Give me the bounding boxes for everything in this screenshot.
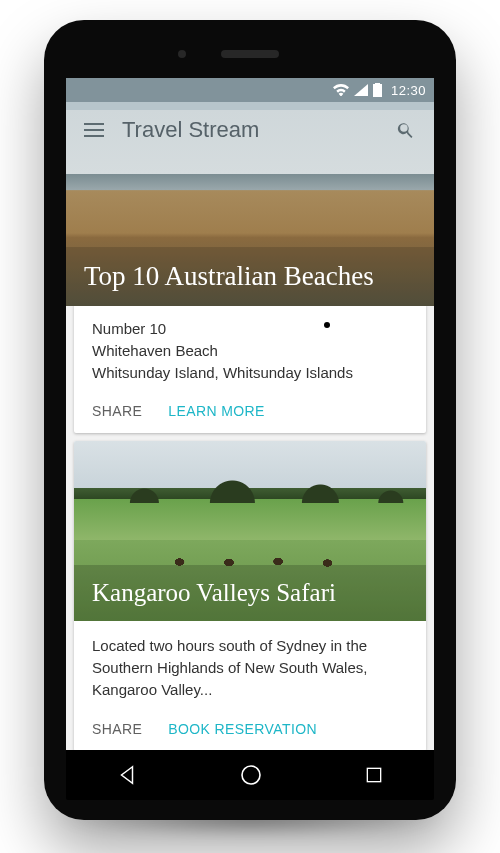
book-reservation-button[interactable]: BOOK RESERVATION [168, 721, 317, 737]
screen: 12:30 Travel Stream Top 10 Australian Be… [66, 78, 434, 750]
card-body-line: Number 10 [92, 318, 408, 340]
recents-button[interactable] [364, 765, 384, 785]
search-icon [396, 120, 416, 140]
battery-icon [373, 83, 382, 97]
cellular-icon [354, 84, 368, 96]
learn-more-button[interactable]: LEARN MORE [168, 403, 265, 419]
svg-rect-1 [367, 768, 380, 781]
menu-button[interactable] [66, 123, 122, 137]
card: Kangaroo Valleys Safari Located two hour… [74, 441, 426, 750]
card-actions: SHARE BOOK RESERVATION [74, 711, 426, 751]
card-body: Number 10 Whitehaven Beach Whitsunday Is… [74, 304, 426, 393]
card-media[interactable]: Kangaroo Valleys Safari [74, 441, 426, 621]
status-bar: 12:30 [66, 78, 434, 102]
card-actions: SHARE LEARN MORE [74, 393, 426, 433]
status-time: 12:30 [391, 83, 426, 98]
card-body-line: Whitsunday Island, Whitsunday Islands [92, 362, 408, 384]
overflow-dot [324, 322, 330, 328]
card-title: Top 10 Australian Beaches [66, 247, 434, 306]
device-frame: 12:30 Travel Stream Top 10 Australian Be… [44, 20, 456, 820]
card-body: Located two hours south of Sydney in the… [74, 621, 426, 710]
card-body-line: Whitehaven Beach [92, 340, 408, 362]
wifi-icon [333, 84, 349, 96]
search-button[interactable] [378, 120, 434, 140]
card: Number 10 Whitehaven Beach Whitsunday Is… [74, 304, 426, 433]
device-shadow [54, 798, 446, 838]
device-camera [178, 50, 186, 58]
share-button[interactable]: SHARE [92, 721, 142, 737]
android-nav-bar [66, 750, 434, 800]
device-speaker [221, 50, 279, 58]
share-button[interactable]: SHARE [92, 403, 142, 419]
content-scroll[interactable]: Top 10 Australian Beaches Number 10 Whit… [66, 78, 434, 750]
card-title: Kangaroo Valleys Safari [74, 565, 426, 621]
svg-point-0 [242, 766, 260, 784]
back-button[interactable] [116, 764, 138, 786]
home-button[interactable] [239, 763, 263, 787]
app-title: Travel Stream [122, 117, 378, 143]
hamburger-icon [84, 123, 104, 137]
